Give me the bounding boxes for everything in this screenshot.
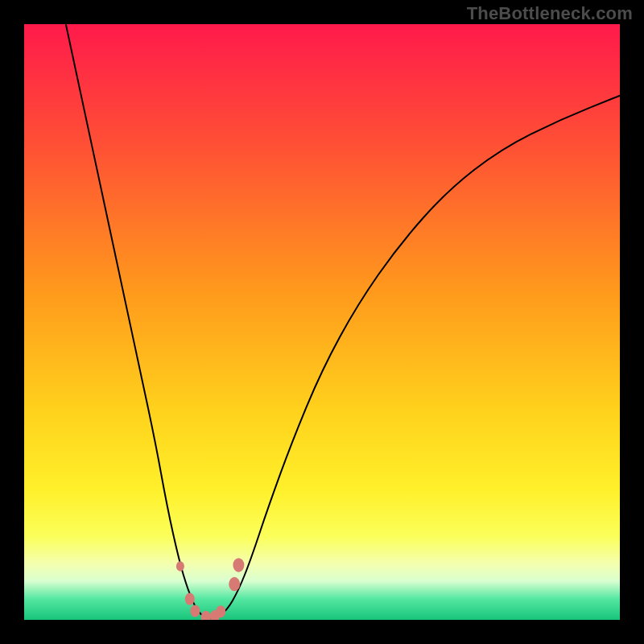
curve-marker — [176, 561, 184, 572]
watermark-text: TheBottleneck.com — [467, 3, 633, 24]
curve-svg — [24, 24, 620, 620]
outer-frame: TheBottleneck.com — [0, 0, 644, 644]
curve-marker — [190, 605, 200, 617]
plot-area — [24, 24, 620, 620]
curve-marker — [185, 593, 195, 605]
curve-markers — [176, 558, 245, 620]
curve-marker — [229, 577, 240, 592]
bottleneck-curve — [66, 24, 620, 618]
curve-marker — [201, 611, 211, 620]
curve-marker — [216, 605, 225, 617]
curve-marker — [233, 558, 244, 572]
